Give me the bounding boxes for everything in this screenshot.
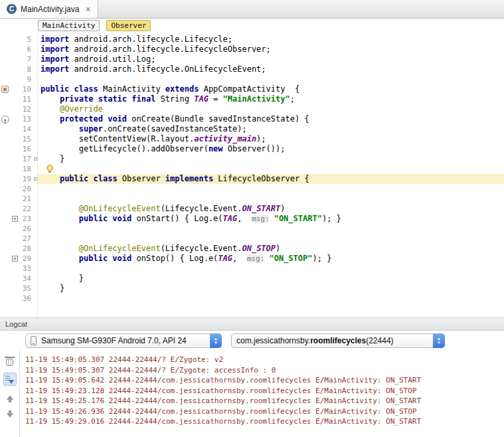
line-number[interactable]: 18	[19, 164, 33, 174]
fold-strip[interactable]	[33, 174, 38, 184]
code-line[interactable]: 22 @OnLifecycleEvent(Lifecycle.Event.ON_…	[0, 204, 504, 214]
gutter-icon-area[interactable]	[0, 94, 19, 104]
code-line[interactable]: 35 }	[0, 284, 504, 294]
down-arrow-icon[interactable]	[3, 408, 17, 422]
code-line[interactable]: 14 super.onCreate(savedInstanceState);	[0, 124, 504, 134]
code-line-text[interactable]: @OnLifecycleEvent(Lifecycle.Event.ON_STA…	[38, 204, 504, 214]
code-line-text[interactable]	[38, 234, 504, 244]
code-line-text[interactable]: protected void onCreate(Bundle savedInst…	[38, 114, 504, 124]
fold-strip[interactable]	[33, 184, 38, 194]
gutter-icon-area[interactable]	[0, 114, 19, 124]
code-line-text[interactable]: super.onCreate(savedInstanceState);	[38, 124, 504, 134]
gutter-icon-area[interactable]	[0, 274, 19, 284]
fold-strip[interactable]	[33, 214, 38, 224]
code-line-text[interactable]: @Override	[38, 104, 504, 114]
fold-strip[interactable]	[33, 35, 38, 44]
gutter-icon-area[interactable]	[0, 204, 19, 214]
code-line[interactable]: 6import android.arch.lifecycle.Lifecycle…	[0, 44, 504, 54]
code-line-text[interactable]: setContentView(R.layout.activity_main);	[38, 134, 504, 144]
gutter-icon-area[interactable]: +	[0, 254, 19, 264]
line-number[interactable]: 8	[19, 64, 33, 74]
line-number[interactable]: 17	[19, 154, 33, 164]
breadcrumb-item-observer[interactable]: Observer	[106, 20, 151, 31]
line-number[interactable]: 22	[19, 204, 33, 214]
fold-strip[interactable]	[33, 54, 38, 64]
code-line[interactable]: 17 }	[0, 154, 504, 164]
fold-strip[interactable]	[33, 254, 38, 264]
up-arrow-icon[interactable]	[3, 391, 17, 404]
gutter-icon-area[interactable]	[0, 134, 19, 144]
code-line[interactable]: 21	[0, 194, 504, 204]
gutter-icon-area[interactable]	[0, 264, 19, 274]
fold-strip[interactable]	[33, 74, 38, 84]
gutter-icon-area[interactable]	[0, 194, 19, 204]
fold-strip[interactable]	[33, 204, 38, 214]
line-number[interactable]: 5	[19, 35, 33, 44]
fold-strip[interactable]	[33, 94, 38, 104]
gutter-icon-area[interactable]	[0, 124, 19, 134]
gutter-icon-area[interactable]: +	[0, 214, 19, 224]
code-line[interactable]: 19 public class Observer implements Life…	[0, 174, 504, 184]
code-line[interactable]: 28 @OnLifecycleEvent(Lifecycle.Event.ON_…	[0, 244, 504, 254]
line-number[interactable]: 20	[19, 184, 33, 194]
fold-expand-icon[interactable]: +	[12, 216, 18, 222]
line-number[interactable]: 23	[19, 214, 33, 224]
gutter-icon-area[interactable]	[0, 154, 19, 164]
code-line[interactable]: 33	[0, 264, 504, 274]
code-line-text[interactable]: import android.arch.lifecycle.OnLifecycl…	[38, 64, 504, 74]
device-selector-dropdown[interactable]: Samsung SM-G930F Android 7.0, API 24	[25, 333, 222, 348]
code-line-text[interactable]: public void onStop() { Log.e(TAG, msg: "…	[38, 254, 504, 264]
code-line[interactable]: 18	[0, 164, 504, 174]
code-line[interactable]: 8import android.arch.lifecycle.OnLifecyc…	[0, 64, 504, 74]
code-line-text[interactable]: public void onStart() { Log.e(TAG, msg: …	[38, 214, 504, 224]
code-line[interactable]: +23 public void onStart() { Log.e(TAG, m…	[0, 214, 504, 224]
fold-strip[interactable]	[33, 224, 38, 234]
fold-strip[interactable]	[33, 264, 38, 274]
override-marker-icon[interactable]	[1, 116, 9, 124]
fold-strip[interactable]	[33, 64, 38, 74]
line-number[interactable]: 19	[19, 174, 33, 184]
code-line[interactable]: 11 private static final String TAG = "Ma…	[0, 94, 504, 104]
code-line[interactable]: 20	[0, 184, 504, 194]
code-line-text[interactable]: public class MainActivity extends AppCom…	[38, 84, 504, 94]
code-line[interactable]: 10public class MainActivity extends AppC…	[0, 84, 504, 94]
gutter-icon-area[interactable]	[0, 224, 19, 234]
line-number[interactable]: 12	[19, 104, 33, 114]
fold-strip[interactable]	[33, 84, 38, 94]
code-line[interactable]: 5import android.arch.lifecycle.Lifecycle…	[0, 35, 504, 44]
fold-strip[interactable]	[33, 124, 38, 134]
code-line-text[interactable]: }	[38, 284, 504, 294]
fold-strip[interactable]	[33, 144, 38, 154]
code-line-text[interactable]	[38, 264, 504, 274]
close-tab-icon[interactable]: ×	[85, 5, 90, 14]
gutter-icon-area[interactable]	[0, 54, 19, 64]
code-line-text[interactable]	[38, 224, 504, 234]
code-line-text[interactable]: public class Observer implements Lifecyc…	[38, 174, 504, 184]
code-line-text[interactable]	[38, 74, 504, 84]
code-line[interactable]: 12 @Override	[0, 104, 504, 114]
dropdown-stepper-icon[interactable]	[433, 333, 445, 348]
line-number[interactable]: 6	[19, 44, 33, 54]
code-line-text[interactable]: @OnLifecycleEvent(Lifecycle.Event.ON_STO…	[38, 244, 504, 254]
gutter-icon-area[interactable]	[0, 174, 19, 184]
line-number[interactable]: 7	[19, 54, 33, 64]
code-editor[interactable]: 5import android.arch.lifecycle.Lifecycle…	[0, 32, 504, 317]
gutter-icon-area[interactable]	[0, 284, 19, 294]
process-selector-dropdown[interactable]: com.jessicathornsby.roomlifecycles (2244…	[231, 333, 445, 348]
gutter-icon-area[interactable]	[0, 104, 19, 114]
code-line-text[interactable]: private static final String TAG = "MainA…	[38, 94, 504, 104]
gutter-icon-area[interactable]	[0, 74, 19, 84]
code-line[interactable]: 27	[0, 234, 504, 244]
gutter-icon-area[interactable]	[0, 44, 19, 54]
line-number[interactable]: 28	[19, 244, 33, 254]
code-line[interactable]: 34 }	[0, 274, 504, 284]
gutter-icon-area[interactable]	[0, 64, 19, 74]
code-line-text[interactable]: }	[38, 274, 504, 284]
fold-strip[interactable]	[33, 244, 38, 254]
fold-strip[interactable]	[33, 104, 38, 114]
fold-strip[interactable]	[33, 154, 38, 164]
code-line-text[interactable]	[38, 164, 504, 174]
dropdown-stepper-icon[interactable]	[210, 333, 222, 348]
fold-strip[interactable]	[33, 44, 38, 54]
code-line[interactable]: 13 protected void onCreate(Bundle savedI…	[0, 114, 504, 124]
